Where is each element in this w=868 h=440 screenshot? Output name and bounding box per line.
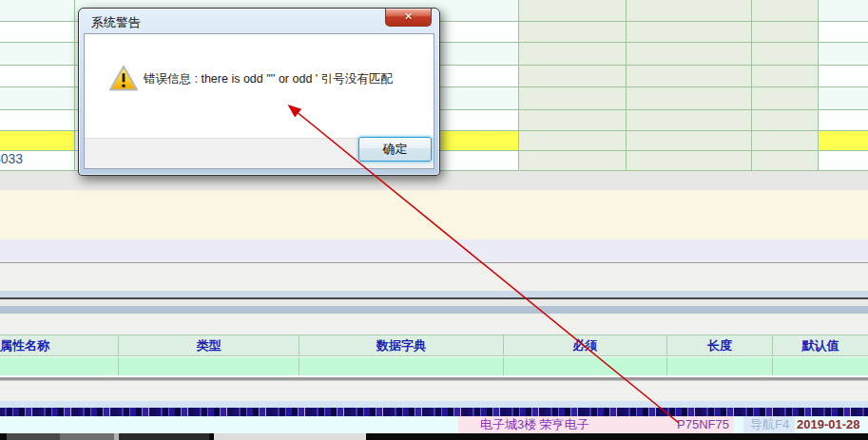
toolbar-band bbox=[0, 314, 868, 335]
grid-sage-panel bbox=[518, 0, 818, 171]
column-header-length[interactable]: 长度 bbox=[667, 335, 773, 356]
column-header-type[interactable]: 类型 bbox=[119, 335, 299, 356]
taskbar-button[interactable] bbox=[7, 433, 60, 440]
taskbar bbox=[0, 433, 868, 440]
column-header-dictionary[interactable]: 数据字典 bbox=[299, 335, 504, 356]
taskbar-button[interactable] bbox=[214, 433, 366, 440]
dialog-body: 错误信息 : there is odd '"' or odd ' 引号没有匹配 … bbox=[84, 33, 434, 169]
grid-line bbox=[626, 0, 627, 171]
dialog-message: 错误信息 : there is odd '"' or odd ' 引号没有匹配 bbox=[144, 71, 424, 87]
record-id-cell: 8033 bbox=[0, 151, 23, 166]
selected-row-highlight[interactable] bbox=[0, 130, 76, 150]
table-row-cell[interactable] bbox=[504, 357, 667, 376]
empty-band bbox=[0, 401, 868, 408]
selected-row-highlight[interactable] bbox=[818, 130, 868, 150]
table-row-cell[interactable] bbox=[0, 357, 119, 376]
doc-info-band: 制单人 欧伟婷 2017-11-07 审核员 欧伟婷 2017-11-07 ▲ … bbox=[0, 190, 868, 239]
grid-line bbox=[751, 0, 752, 171]
attribute-table: 属性名称 类型 数据字典 必须 长度 默认值 bbox=[0, 335, 868, 375]
toolbar-band bbox=[0, 299, 868, 306]
table-row-cell[interactable] bbox=[667, 357, 773, 376]
create-row-band: 创建=> 成本调整单 可引用 bbox=[0, 239, 868, 262]
ok-button[interactable]: 确定 bbox=[358, 137, 432, 162]
taskbar-button[interactable] bbox=[119, 433, 209, 440]
grid-line bbox=[518, 0, 519, 171]
selected-row-highlight[interactable] bbox=[440, 130, 518, 150]
table-row-cell[interactable] bbox=[773, 357, 868, 376]
toolbar-band bbox=[0, 263, 868, 291]
table-row-cell[interactable] bbox=[119, 357, 299, 376]
column-header-attr-name[interactable]: 属性名称 bbox=[0, 335, 119, 356]
toolbar-band bbox=[0, 291, 868, 297]
status-nav-button[interactable]: 导航F4 bbox=[750, 416, 789, 433]
warning-icon bbox=[108, 65, 139, 93]
status-date: 2019-01-28 bbox=[797, 416, 860, 433]
table-row-cell[interactable] bbox=[299, 357, 504, 376]
dialog-title: 系统警告 bbox=[91, 14, 141, 31]
empty-band bbox=[0, 381, 868, 401]
column-header-default[interactable]: 默认值 bbox=[773, 335, 868, 356]
grid-line bbox=[818, 0, 819, 171]
taskbar-button[interactable] bbox=[60, 433, 114, 440]
status-code: P75NF75 bbox=[677, 416, 729, 433]
status-location: 电子城3楼 荣亨电子 bbox=[480, 416, 589, 433]
toolbar-band bbox=[0, 306, 868, 314]
close-icon[interactable]: ✕ bbox=[385, 9, 432, 27]
status-bar: 电子城3楼 荣亨电子 P75NF75 导航F4 2019-01-28 bbox=[0, 416, 868, 433]
texture-band bbox=[0, 408, 868, 416]
grid-line bbox=[74, 0, 75, 171]
column-header-required[interactable]: 必须 bbox=[504, 335, 667, 356]
system-warning-dialog: 系统警告 ✕ 错误信息 : there is odd '"' or odd ' … bbox=[78, 8, 440, 176]
app-window: 8033 制单人 欧伟婷 2017-11-07 审核员 欧伟婷 2017-11-… bbox=[0, 0, 868, 440]
